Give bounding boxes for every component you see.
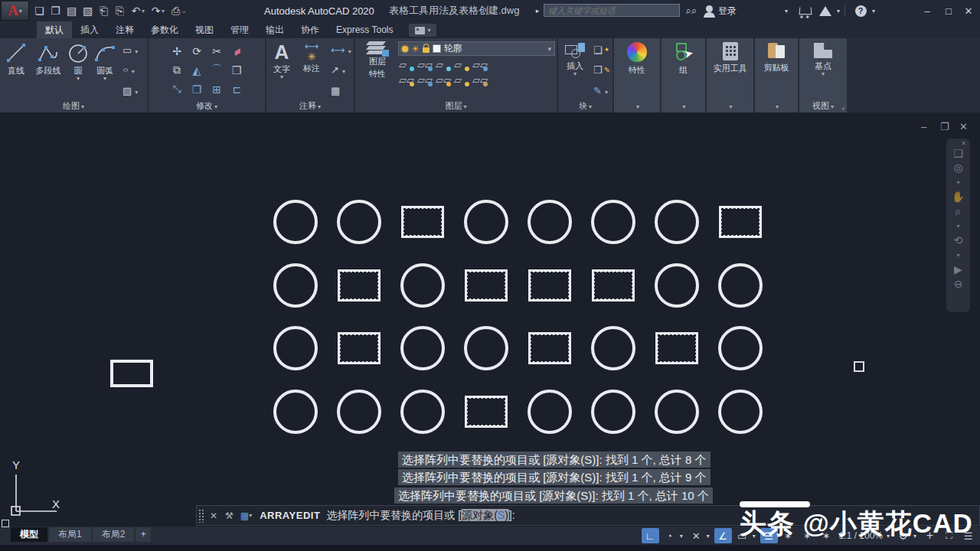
array-item-circle[interactable] [718,390,763,434]
copy-icon[interactable]: ⧉ [173,64,181,77]
ribbon-collapse-icon[interactable]: ⌟ [841,101,844,112]
insert-block-button[interactable]: 插入 ▾ [560,40,590,100]
array-item-circle[interactable] [591,390,635,434]
array-item-circle[interactable] [464,200,508,244]
polyline-button[interactable]: 多段线 [31,40,66,100]
array-item-rectangle-selected[interactable] [655,332,698,364]
ribbon-tab[interactable]: 参数化 [142,21,187,38]
panel-groups[interactable]: ➤ 组 [662,38,705,112]
layout-tab[interactable]: 模型 [11,527,47,542]
array-item-rectangle-selected[interactable] [528,269,571,302]
layer-merge-button[interactable]: ▱▱ [472,59,488,71]
array-item-circle[interactable] [400,390,445,434]
array-item-circle[interactable] [273,200,318,244]
orbit-icon[interactable]: ⟲ [954,235,963,246]
signin-dropdown-icon[interactable]: ▾ [782,0,790,21]
scale-icon[interactable]: ❐ [192,83,202,96]
array-item-circle[interactable] [718,263,763,308]
panel-properties[interactable]: 特性 [614,38,660,112]
block-editor-button[interactable]: ✎ [593,83,610,97]
search-input[interactable] [544,4,680,17]
panel-clipboard-expand[interactable] [755,100,798,112]
mirror-icon[interactable]: ◭ [193,64,201,77]
panel-modify-label[interactable]: 修改 [149,100,265,112]
layer-on-button[interactable]: ▱▱ [398,74,414,86]
layer-delete-button[interactable]: ▱▱ [472,74,488,86]
layer-freeze-button[interactable]: ▱ [435,59,451,71]
layer-thaw-button[interactable]: ▱▱ [435,74,451,86]
ribbon-tab[interactable]: 注释 [107,21,142,38]
app-store-cart-icon[interactable] [798,0,813,21]
panel-annotate-label[interactable]: 注释 [266,100,354,112]
panel-clipboard[interactable]: 剪贴板 [755,38,798,112]
array-item-rectangle-selected[interactable] [338,332,381,364]
create-block-button[interactable]: ❏✦ [593,43,610,57]
panel-draw-label[interactable]: 绘图 [0,100,147,112]
arc-button[interactable]: 圆弧 ▾ [90,40,119,100]
panel-utilities-expand[interactable] [707,100,753,112]
drawing-minimize-button[interactable]: – [921,121,926,132]
command-wrench-icon[interactable]: ⚒ [221,510,237,521]
leader-button[interactable]: ↗ [331,64,351,77]
source-rectangle[interactable] [110,360,153,387]
navbar-minus-icon[interactable]: ⊖ [954,279,963,290]
maximize-button[interactable]: □ [939,0,959,21]
array-item-circle[interactable] [400,326,445,370]
array-item-circle[interactable] [591,200,635,244]
basepoint-dropdown-icon[interactable]: ▾ [822,72,825,77]
rectangle-tool-button[interactable]: ▭ [122,43,138,57]
zoom-caret-icon[interactable]: ▾ [956,220,959,232]
ribbon-tab[interactable]: 输出 [257,21,292,38]
layer-isolate-button[interactable]: ▱▱ [416,59,433,71]
array-item-circle[interactable] [528,390,572,434]
snap-angle-button[interactable]: ∠ [714,528,732,543]
viewcube-icon[interactable]: ❑ [953,148,963,159]
rotate-icon[interactable]: ⟳ [192,45,201,57]
panel-properties-expand[interactable] [614,100,660,112]
ribbon-tab[interactable]: 协作 [292,21,328,38]
offset-icon[interactable]: ⊏ [232,83,241,96]
array-item-circle[interactable] [718,326,763,370]
array-item-rectangle-selected[interactable] [719,206,762,238]
command-prompt[interactable]: 选择阵列中要替换的项目或 [源对象(S)]: [326,509,514,523]
qat-more-icon[interactable]: ⌄ [181,8,188,15]
redo-dropdown-icon[interactable]: ▾ [162,8,168,15]
stretch-icon[interactable]: ⤡ [172,83,181,96]
edit-attributes-button[interactable]: ❒✎ [593,64,610,77]
layer-lock-button[interactable]: ▱ [453,59,469,71]
drawing-close-button[interactable]: ✕ [959,121,968,132]
array-item-circle[interactable] [655,390,699,434]
app-menu-button[interactable]: A ▾ [1,1,29,21]
circle-button[interactable]: 圆 ▾ [66,40,90,100]
erase-icon[interactable]: ▰ [230,44,243,58]
save-icon[interactable]: ▤ [64,2,80,20]
navbar-caret-icon[interactable]: ▾ [956,177,959,188]
close-button[interactable]: ✕ [959,0,978,21]
share-icon[interactable]: ⎘ [112,2,128,20]
open-file-icon[interactable]: ❐ [47,2,64,20]
array-item-circle[interactable] [400,263,445,308]
dimension-button[interactable]: ⟷ ✳ 标注 [296,40,328,100]
save-as-icon[interactable]: ▧ [80,2,96,20]
array-item-rectangle-selected[interactable] [465,269,508,302]
command-option-chip[interactable]: 源对象(S) [461,509,509,521]
command-close-icon[interactable]: ✕ [206,510,221,521]
array-item-circle[interactable] [273,263,318,308]
panel-view-label[interactable]: 视图 ⌟ [799,100,847,112]
drawing-restore-button[interactable]: ❐ [940,121,949,132]
navbar-close-icon[interactable]: ✕ [961,140,966,147]
ribbon-tab[interactable]: Express Tools [328,21,401,38]
pan-icon[interactable]: ✋ [952,191,965,203]
array-item-rectangle-selected[interactable] [465,396,508,428]
steering-wheel-icon[interactable]: ◎ [953,162,962,174]
command-drag-handle-icon[interactable] [198,509,204,523]
minimize-button[interactable]: – [917,0,937,21]
new-file-icon[interactable]: ❏ [31,2,47,20]
polar-dropdown-icon[interactable]: ▾ [680,533,686,540]
text-dropdown-icon[interactable]: ▾ [280,75,283,80]
signin-avatar-icon[interactable] [703,0,715,21]
show-motion-icon[interactable]: ▶ [954,264,962,276]
command-customize-caret-icon[interactable]: ▾ [249,512,252,519]
layer-off-button[interactable]: ▱ [398,59,414,71]
layer-properties-button[interactable]: 图层 特性 [357,40,398,100]
